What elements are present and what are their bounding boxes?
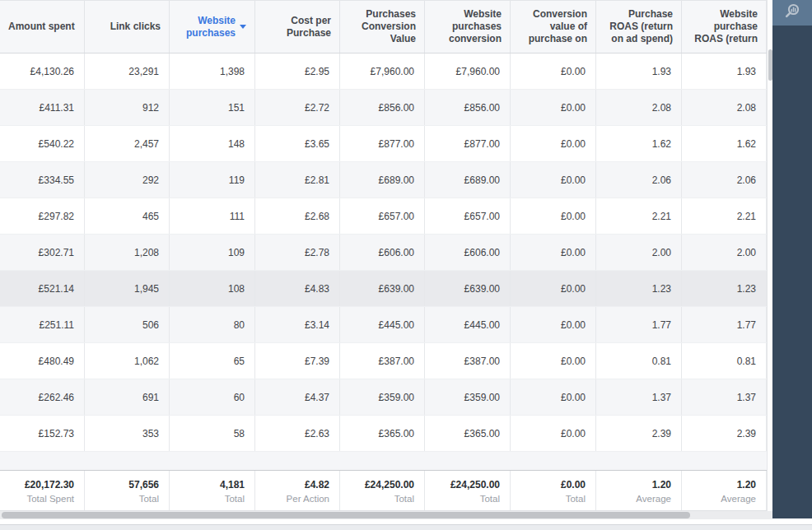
cell-cost_per_purchase: £3.14 <box>255 307 340 342</box>
total-value: 1.20 <box>652 479 671 490</box>
column-header-label: Purchase ROAS (return on ad spend) <box>604 8 673 45</box>
total-cell-cost_per_purchase: £4.82Per Action <box>255 471 340 510</box>
cell-conversion_value_of_purchase: £0.00 <box>511 416 596 451</box>
table-row-clipped[interactable] <box>0 452 767 470</box>
cell-purchases_conversion_value: £445.00 <box>340 307 425 342</box>
cell-purchases_conversion_value: £606.00 <box>340 235 425 270</box>
cell-purchase_roas: 2.06 <box>596 162 682 198</box>
cell-conversion_value_of_purchase: £0.00 <box>511 379 596 415</box>
cell-conversion_value_of_purchase: £0.00 <box>511 343 596 379</box>
column-header-purchases_conversion_value[interactable]: Purchases Conversion Value <box>340 1 425 53</box>
cell-website_purchases_conversion: £7,960.00 <box>425 53 511 89</box>
total-value: 1.20 <box>737 479 756 490</box>
column-header-website_purchases_conversion[interactable]: Website purchases conversion <box>425 1 511 53</box>
column-header-label: Cost per Purchase <box>264 15 331 40</box>
cell-website_purchase_roas: 1.93 <box>682 53 767 89</box>
table-row[interactable]: £302.711,208109£2.78£606.00£606.00£0.002… <box>0 235 767 271</box>
cell-website_purchases_conversion: £387.00 <box>425 343 511 379</box>
cell-amount_spent: £251.11 <box>0 307 85 342</box>
cell-website_purchases_conversion: £657.00 <box>425 198 511 234</box>
column-header-cost_per_purchase[interactable]: Cost per Purchase <box>255 1 340 53</box>
table-row[interactable]: £540.222,457148£3.65£877.00£877.00£0.001… <box>0 126 767 162</box>
table-row[interactable]: £251.1150680£3.14£445.00£445.00£0.001.77… <box>0 307 767 343</box>
column-header-amount_spent[interactable]: Amount spent <box>0 1 85 53</box>
total-sublabel: Total Spent <box>26 494 74 504</box>
cell-website_purchase_roas: 1.62 <box>682 126 767 161</box>
cell-purchase_roas: 1.93 <box>596 53 682 89</box>
horizontal-scrollbar[interactable] <box>0 511 772 519</box>
cell-link_clicks: 691 <box>85 379 170 415</box>
table-row[interactable]: £480.491,06265£7.39£387.00£387.00£0.000.… <box>0 343 767 379</box>
cell-amount_spent: £297.82 <box>0 198 85 234</box>
cell-conversion_value_of_purchase: £0.00 <box>511 271 596 306</box>
cell-conversion_value_of_purchase: £0.00 <box>511 198 596 234</box>
cell-website_purchase_roas: 0.81 <box>682 343 767 379</box>
cell-website_purchases_conversion: £877.00 <box>425 126 511 161</box>
cell-cost_per_purchase: £2.95 <box>255 53 340 89</box>
column-header-label: Link clicks <box>110 21 161 33</box>
cell-amount_spent: £262.46 <box>0 379 85 415</box>
cell-purchase_roas: 1.37 <box>596 379 682 415</box>
vertical-scrollbar[interactable] <box>767 0 772 511</box>
cell-website_purchases: 1,398 <box>170 53 255 89</box>
column-header-label: Website purchases conversion <box>433 8 502 45</box>
cell-link_clicks: 506 <box>85 307 170 342</box>
cell-website_purchase_roas: 2.00 <box>682 235 767 270</box>
cell-cost_per_purchase: £4.83 <box>255 271 340 306</box>
magnifier-chart-icon <box>784 3 800 23</box>
total-sublabel: Total <box>394 494 414 504</box>
cell-purchases_conversion_value: £689.00 <box>340 162 425 198</box>
cell-amount_spent: £480.49 <box>0 343 85 379</box>
total-cell-link_clicks: 57,656Total <box>85 471 170 510</box>
cell-website_purchase_roas: 2.06 <box>682 162 767 198</box>
cell-purchase_roas: 1.23 <box>596 271 682 306</box>
cell-purchase_roas: 0.81 <box>596 343 682 379</box>
total-sublabel: Average <box>636 494 671 504</box>
column-header-conversion_value_of_purchase[interactable]: Conversion value of purchase on <box>511 1 596 53</box>
cell-website_purchases: 148 <box>170 126 255 161</box>
chart-zoom-button[interactable] <box>772 0 812 26</box>
cell-purchases_conversion_value: £359.00 <box>340 379 425 415</box>
column-header-website_purchase_roas[interactable]: Website purchase ROAS (return <box>682 1 767 53</box>
cell-purchase_roas: 2.39 <box>596 416 682 451</box>
table-row[interactable]: £297.82465111£2.68£657.00£657.00£0.002.2… <box>0 198 767 235</box>
right-side-panel <box>772 0 812 518</box>
cell-link_clicks: 292 <box>85 162 170 198</box>
cell-amount_spent: £302.71 <box>0 235 85 270</box>
total-sublabel: Average <box>721 494 756 504</box>
total-cell-purchases_conversion_value: £24,250.00Total <box>340 471 425 510</box>
cell-link_clicks: 353 <box>85 416 170 451</box>
total-cell-purchase_roas: 1.20Average <box>596 471 682 510</box>
cell-link_clicks: 465 <box>85 198 170 234</box>
cell-link_clicks: 1,062 <box>85 343 170 379</box>
column-header-website_purchases[interactable]: Website purchases <box>170 1 255 53</box>
sort-descending-icon <box>240 25 246 29</box>
table-row[interactable]: £152.7335358£2.63£365.00£365.00£0.002.39… <box>0 416 767 452</box>
table-row[interactable]: £334.55292119£2.81£689.00£689.00£0.002.0… <box>0 162 767 198</box>
cell-website_purchases_conversion: £639.00 <box>425 271 511 306</box>
total-value: 57,656 <box>128 479 159 490</box>
cell-website_purchases: 58 <box>170 416 255 451</box>
total-cell-website_purchase_roas: 1.20Average <box>682 471 767 510</box>
cell-cost_per_purchase: £2.78 <box>255 235 340 270</box>
cell-cost_per_purchase: £4.37 <box>255 379 340 415</box>
ads-manager-report-view: Amount spentLink clicksWebsite purchases… <box>0 0 812 530</box>
cell-purchases_conversion_value: £877.00 <box>340 126 425 161</box>
cell-website_purchases: 151 <box>170 90 255 125</box>
cell-website_purchases_conversion: £365.00 <box>425 416 511 451</box>
cell-website_purchases: 109 <box>170 235 255 270</box>
cell-website_purchases: 60 <box>170 379 255 415</box>
column-header-link_clicks[interactable]: Link clicks <box>85 1 170 53</box>
table-row[interactable]: £411.31912151£2.72£856.00£856.00£0.002.0… <box>0 90 767 126</box>
table-row[interactable]: £4,130.2623,2911,398£2.95£7,960.00£7,960… <box>0 53 767 90</box>
horizontal-scrollbar-thumb[interactable] <box>2 512 690 518</box>
cell-purchase_roas: 1.77 <box>596 307 682 342</box>
column-header-purchase_roas[interactable]: Purchase ROAS (return on ad spend) <box>596 1 682 53</box>
cell-cost_per_purchase: £2.68 <box>255 198 340 234</box>
table-row[interactable]: £521.141,945108£4.83£639.00£639.00£0.001… <box>0 271 767 307</box>
cell-purchases_conversion_value: £387.00 <box>340 343 425 379</box>
table-row[interactable]: £262.4669160£4.37£359.00£359.00£0.001.37… <box>0 379 767 416</box>
cell-website_purchase_roas: 2.39 <box>682 416 767 451</box>
cell-amount_spent: £521.14 <box>0 271 85 306</box>
total-cell-website_purchases_conversion: £24,250.00Total <box>425 471 511 510</box>
